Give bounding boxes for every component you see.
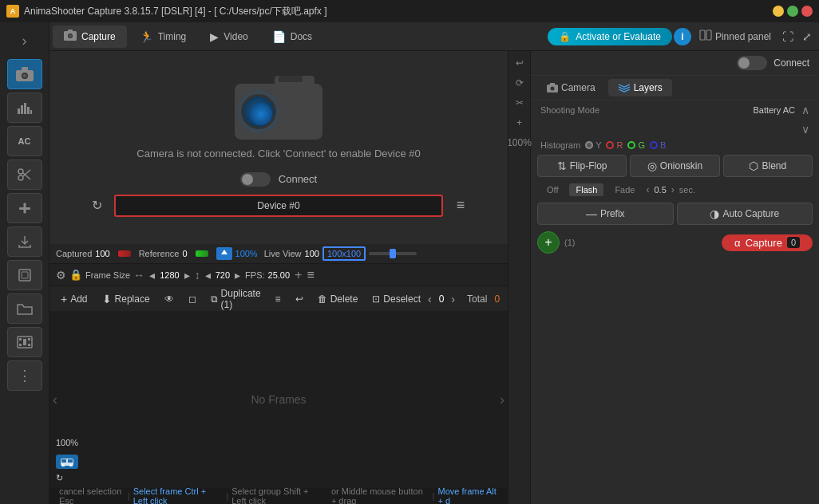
sidebar-film-btn[interactable] (7, 327, 42, 357)
status-select-frame: Select frame Ctrl + Left click (130, 488, 227, 504)
blend-button[interactable]: ⬡ Blend (723, 155, 813, 177)
tab-capture[interactable]: Capture (53, 26, 127, 48)
eraser-button[interactable]: ◻ (184, 292, 201, 306)
maximize-button[interactable] (787, 6, 798, 17)
info-button[interactable]: i (674, 28, 691, 45)
layers-tab-label: Layers (634, 82, 663, 93)
liveview-slider[interactable] (369, 252, 417, 255)
total-label: Total (467, 293, 487, 305)
rp-tool-2[interactable]: ⟳ (511, 74, 528, 92)
sidebar-histogram-btn[interactable] (7, 93, 42, 123)
height-inc-btn[interactable]: ▸ (233, 269, 242, 282)
flash-arrow-right[interactable]: › (671, 184, 675, 195)
captured-bar (117, 246, 133, 262)
rp-tool-4[interactable]: + (511, 114, 528, 132)
width-inc-btn[interactable]: ▸ (183, 269, 192, 282)
activate-button[interactable]: 🔒 Activate or Evaluate (548, 28, 672, 45)
rp-tab-camera[interactable]: Camera (537, 79, 605, 96)
minimize-button[interactable] (773, 6, 784, 17)
hamburger-button[interactable]: ≡ (307, 268, 314, 282)
rp-tool-3[interactable]: ✂ (511, 94, 528, 112)
frames-nav-left[interactable]: ‹ (53, 392, 57, 408)
fps-val: 25.00 (268, 270, 291, 280)
duplicate-button[interactable]: ⧉ Duplicate (1) (206, 286, 266, 312)
svg-rect-15 (19, 270, 30, 281)
add-capture-button[interactable]: + (537, 231, 560, 254)
radio-g[interactable]: G (627, 140, 645, 150)
refresh-button[interactable]: ↻ (85, 195, 108, 217)
settings-icon-button[interactable]: ⚙ (56, 269, 66, 282)
eraser-icon: ◻ (188, 293, 196, 305)
rp-scroll-area: Shooting Mode Battery AC ∧ ∨ (531, 100, 819, 504)
width-dec-btn[interactable]: ◂ (148, 269, 156, 282)
svg-rect-14 (23, 203, 26, 214)
delete-button[interactable]: 🗑 Delete (313, 292, 363, 306)
sidebar-expand-btn[interactable]: › (7, 26, 42, 56)
lock-icon: 🔒 (559, 31, 571, 42)
duplicate-label: Duplicate (1) (221, 288, 261, 310)
rp-toggle-knob (738, 57, 750, 69)
svg-rect-8 (30, 110, 32, 114)
prefix-row: — Prefix ◑ Auto Capture (531, 199, 819, 228)
sidebar-add-layer-btn[interactable] (7, 193, 42, 223)
svg-point-3 (22, 74, 26, 78)
radio-b[interactable]: B (650, 140, 666, 150)
eyedropper-button[interactable]: 👁 (160, 292, 179, 306)
connect-toggle[interactable] (240, 172, 271, 187)
svg-rect-24 (68, 30, 73, 33)
fade-button[interactable]: Fade (608, 183, 641, 196)
sidebar-folder-btn[interactable] (7, 293, 42, 324)
pinned-panel-button[interactable]: Pinned panel (693, 30, 777, 43)
nav-next-btn[interactable]: › (449, 293, 457, 305)
camera-body (235, 84, 322, 140)
radio-r[interactable]: R (606, 140, 623, 150)
flipflop-button[interactable]: ⇅ Flip-Flop (537, 155, 627, 177)
fps-add-btn[interactable]: + (293, 268, 303, 282)
add-button[interactable]: + Add (56, 291, 93, 307)
tab-video[interactable]: ▶ Video (199, 26, 259, 48)
prefix-button[interactable]: — Prefix (537, 203, 674, 225)
sidebar-frame-btn[interactable] (7, 260, 42, 290)
arrows-button[interactable]: ⤢ (798, 28, 816, 45)
flash-arrow-left[interactable]: ‹ (646, 184, 649, 195)
sidebar-ac-btn[interactable]: AC (7, 126, 42, 156)
height-dec-btn[interactable]: ◂ (204, 269, 212, 282)
chevron-up-icon[interactable]: ∧ (801, 104, 809, 116)
expand-button[interactable]: ⛶ (779, 28, 797, 45)
histogram-icon (17, 100, 33, 115)
svg-point-26 (69, 34, 72, 37)
tab-docs[interactable]: 📄 Docs (261, 26, 323, 48)
auto-capture-button[interactable]: ◑ Auto Capture (677, 203, 813, 225)
onionskin-button[interactable]: ◎ Onionskin (630, 155, 719, 177)
close-button[interactable] (801, 6, 813, 17)
nav-prev-btn[interactable]: ‹ (425, 293, 434, 305)
rp-tool-5[interactable]: 100% (511, 134, 528, 152)
sidebar-cut-btn[interactable] (7, 159, 42, 190)
replace-button[interactable]: ⬇ Replace (97, 291, 155, 307)
more-btn2[interactable]: ≡ (271, 292, 286, 306)
add-icon: + (61, 293, 67, 305)
capture-button[interactable]: α Capture 0 (722, 234, 813, 251)
radio-dot-r (606, 141, 614, 149)
lock-icon[interactable]: 🔒 (69, 269, 82, 281)
tab-timing[interactable]: 🏃 Timing (129, 26, 198, 48)
camera-stats-bar: Captured 100 Reference 0 100% Live (49, 244, 508, 263)
off-button[interactable]: Off (540, 183, 564, 196)
rp-tool-1[interactable]: ↩ (511, 54, 528, 72)
device-input[interactable] (114, 195, 443, 217)
rp-tabs: Camera Layers (531, 76, 819, 100)
chevron-down-icon[interactable]: ∨ (801, 123, 809, 136)
undo-button[interactable]: ↩ (291, 292, 308, 306)
sidebar-capture-btn[interactable] (7, 59, 42, 89)
svg-rect-27 (700, 30, 705, 40)
sidebar-more-btn[interactable]: ⋮ (7, 360, 42, 391)
rp-tab-layers[interactable]: Layers (608, 79, 672, 96)
rp-connect-toggle[interactable] (737, 56, 767, 70)
flash-button[interactable]: Flash (569, 183, 603, 196)
deselect-button[interactable]: ⊡ Deselect (372, 293, 421, 305)
sidebar-import-btn[interactable] (7, 226, 42, 257)
radio-y[interactable]: Y (585, 140, 601, 150)
frames-nav-right[interactable]: › (500, 392, 504, 408)
menu-button[interactable]: ≡ (449, 195, 472, 217)
main-container: › AC (0, 22, 819, 504)
